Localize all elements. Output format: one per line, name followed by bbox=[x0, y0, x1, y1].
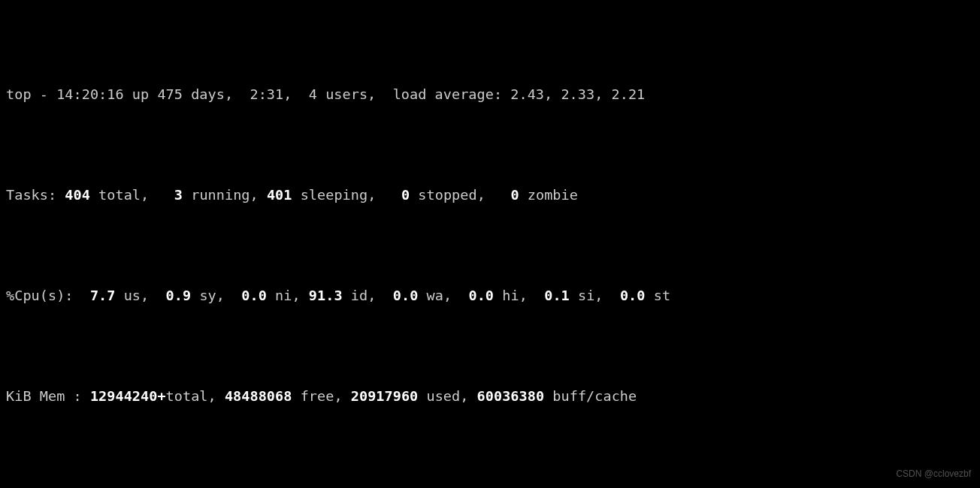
summary-tasks: Tasks: 404 total, 3 running, 401 sleepin… bbox=[6, 185, 974, 206]
summary-cpu: %Cpu(s): 7.7 us, 0.9 sy, 0.0 ni, 91.3 id… bbox=[6, 286, 974, 306]
summary-mem: KiB Mem : 12944240+total, 48488068 free,… bbox=[6, 387, 974, 407]
top-terminal[interactable]: top - 14:20:16 up 475 days, 2:31, 4 user… bbox=[0, 0, 980, 488]
summary-uptime: top - 14:20:16 up 475 days, 2:31, 4 user… bbox=[6, 85, 974, 105]
watermark: CSDN @cclovezbf bbox=[896, 468, 971, 480]
